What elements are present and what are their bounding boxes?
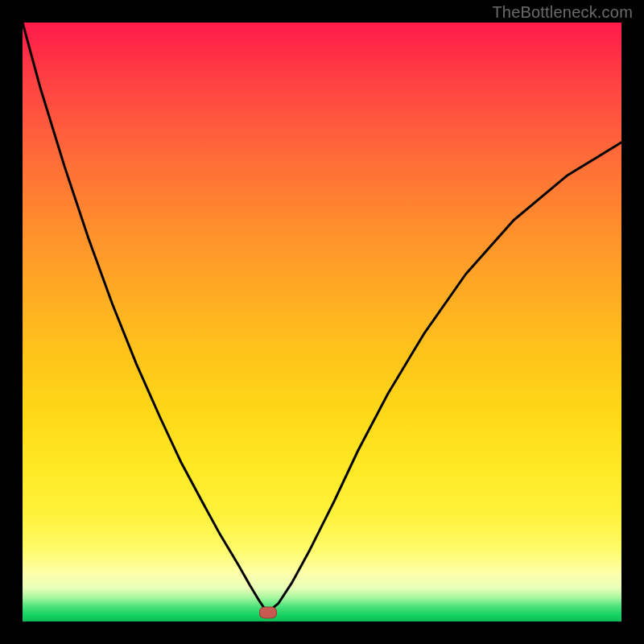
outer-frame: TheBottleneck.com <box>0 0 644 644</box>
curve-svg <box>23 23 621 621</box>
watermark-text: TheBottleneck.com <box>492 3 633 22</box>
minimum-marker <box>259 606 277 618</box>
plot-area <box>23 23 621 621</box>
bottleneck-curve <box>23 23 621 609</box>
